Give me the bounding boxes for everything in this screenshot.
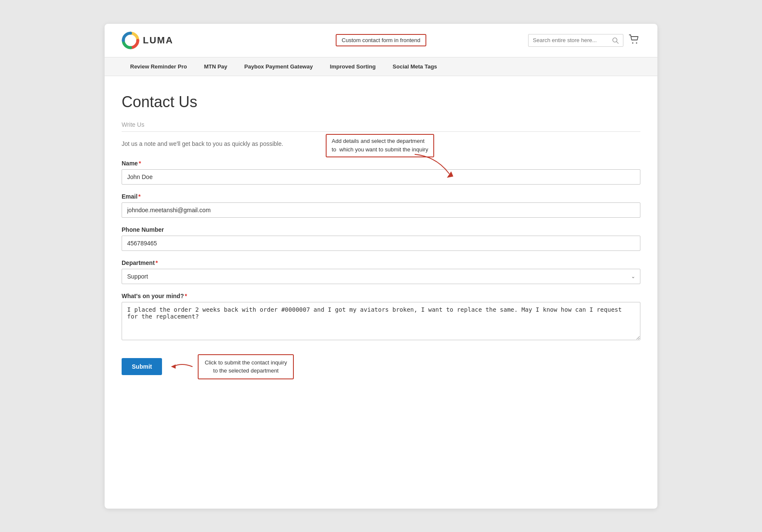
message-textarea[interactable]: I placed the order 2 weeks back with ord… xyxy=(122,302,640,340)
form-group-department: Department* Support Sales Billing Techni… xyxy=(122,259,640,284)
nav-item-mtn-pay[interactable]: MTN Pay xyxy=(196,57,236,76)
submit-area: Submit Click to submit the contact inqui… xyxy=(122,354,640,379)
section-divider xyxy=(122,131,640,132)
header-right xyxy=(528,34,640,47)
svg-point-3 xyxy=(632,42,634,43)
page-container: LUMA Custom contact form in frontend xyxy=(105,24,657,509)
nav-item-paybox[interactable]: Paybox Payment Gateway xyxy=(236,57,321,76)
contact-form: Name* Email* Phone Number Department* xyxy=(122,160,640,379)
svg-line-2 xyxy=(617,42,618,43)
department-label: Department* xyxy=(122,259,640,266)
name-input[interactable] xyxy=(122,169,640,185)
header: LUMA Custom contact form in frontend xyxy=(105,24,657,57)
cart-icon[interactable] xyxy=(628,34,640,47)
form-group-email: Email* xyxy=(122,193,640,218)
phone-label: Phone Number xyxy=(122,226,640,233)
search-input[interactable] xyxy=(533,37,609,43)
nav-bar: Review Reminder Pro MTN Pay Paybox Payme… xyxy=(105,57,657,76)
page-title: Contact Us xyxy=(122,93,640,111)
message-required: * xyxy=(185,293,187,299)
nav-item-social-meta[interactable]: Social Meta Tags xyxy=(384,57,446,76)
logo-text: LUMA xyxy=(143,35,173,46)
svg-marker-6 xyxy=(171,364,176,369)
submit-arrow-icon xyxy=(169,358,194,375)
section-title: Write Us xyxy=(122,121,640,128)
nav-item-improved-sorting[interactable]: Improved Sorting xyxy=(321,57,384,76)
logo-area: LUMA xyxy=(122,31,173,49)
header-annotation: Custom contact form in frontend xyxy=(336,34,426,46)
form-group-message: What's on your mind?* I placed the order… xyxy=(122,293,640,341)
department-required: * xyxy=(156,259,158,266)
phone-input[interactable] xyxy=(122,236,640,251)
form-group-name: Name* xyxy=(122,160,640,185)
email-input[interactable] xyxy=(122,202,640,218)
main-content: Contact Us Write Us Jot us a note and we… xyxy=(105,76,657,405)
annotation-arrow xyxy=(411,150,462,180)
header-annotation-box: Custom contact form in frontend xyxy=(336,34,426,46)
email-label: Email* xyxy=(122,193,640,200)
nav-item-review-reminder[interactable]: Review Reminder Pro xyxy=(122,57,196,76)
name-required: * xyxy=(139,160,141,167)
form-group-phone: Phone Number xyxy=(122,226,640,251)
submit-button[interactable]: Submit xyxy=(122,358,162,375)
department-select[interactable]: Support Sales Billing Technical xyxy=(122,269,640,284)
search-icon xyxy=(612,37,619,44)
message-label: What's on your mind?* xyxy=(122,293,640,299)
name-label: Name* xyxy=(122,160,640,167)
logo-icon xyxy=(122,31,139,49)
department-select-wrapper: Support Sales Billing Technical ⌄ xyxy=(122,269,640,284)
svg-point-4 xyxy=(636,42,637,43)
email-required: * xyxy=(138,193,140,200)
search-box[interactable] xyxy=(528,34,623,47)
submit-annotation-box: Click to submit the contact inquiryto th… xyxy=(198,354,294,379)
